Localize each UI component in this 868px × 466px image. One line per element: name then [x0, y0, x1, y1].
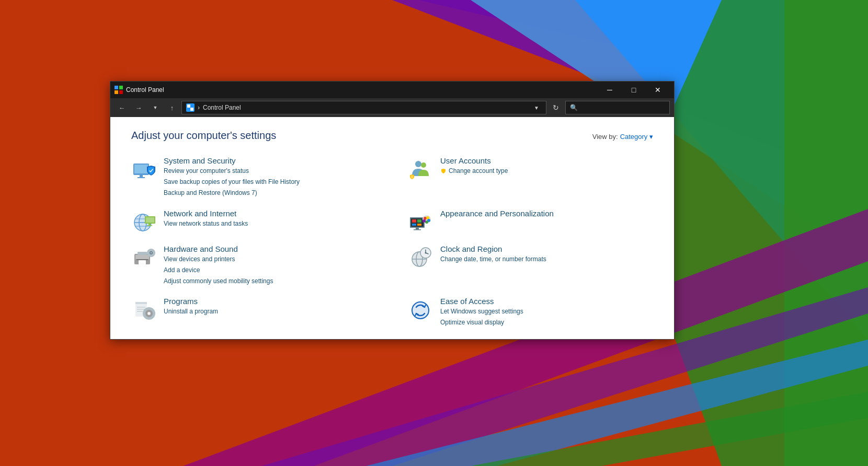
svg-rect-17 [190, 104, 193, 108]
network-status-link[interactable]: View network status and tasks [164, 219, 248, 229]
ease-access-title[interactable]: Ease of Access [440, 297, 523, 306]
content-header: Adjust your computer's settings View by:… [131, 130, 653, 142]
shield-small-icon [440, 168, 447, 174]
address-dropdown-button[interactable]: ▼ [531, 101, 542, 114]
network-internet-icon [131, 209, 156, 234]
programs-content: Programs Uninstall a program [164, 297, 218, 317]
back-button[interactable]: ← [115, 100, 129, 115]
svg-rect-11 [115, 86, 118, 89]
forward-button[interactable]: → [131, 100, 146, 115]
dropdown-recent-button[interactable]: ▼ [148, 100, 163, 115]
appearance-content: Appearance and Personalization [440, 209, 554, 218]
svg-rect-50 [135, 255, 149, 259]
page-title: Adjust your computer's settings [131, 130, 276, 142]
svg-point-74 [149, 313, 150, 314]
category-network-internet[interactable]: Network and Internet View network status… [131, 209, 376, 234]
network-internet-content: Network and Internet View network status… [164, 209, 248, 229]
svg-rect-16 [190, 108, 193, 111]
clock-region-icon [408, 244, 433, 270]
maximize-button[interactable]: □ [622, 81, 646, 98]
svg-rect-14 [119, 90, 123, 94]
svg-rect-20 [134, 165, 148, 173]
window-icon [115, 86, 123, 94]
address-field[interactable]: › Control Panel ▼ [181, 101, 546, 114]
system-security-link-1[interactable]: Review your computer's status [164, 166, 300, 176]
system-security-content: System and Security Review your computer… [164, 156, 300, 199]
refresh-button[interactable]: ↻ [549, 101, 563, 114]
close-button[interactable]: ✕ [646, 81, 670, 98]
svg-rect-34 [147, 225, 152, 226]
user-accounts-content: User Accounts Change account type [440, 156, 508, 176]
uninstall-link[interactable]: Uninstall a program [164, 307, 218, 317]
svg-rect-15 [187, 104, 190, 108]
system-security-link-3[interactable]: Backup and Restore (Windows 7) [164, 188, 300, 198]
appearance-icon [408, 209, 433, 234]
category-appearance[interactable]: Appearance and Personalization [408, 209, 653, 234]
view-by-label: View by: [592, 133, 618, 141]
svg-point-56 [151, 252, 152, 253]
search-icon: 🔍 [570, 104, 578, 111]
svg-rect-53 [139, 260, 146, 264]
search-field[interactable]: 🔍 [565, 101, 670, 114]
breadcrumb-separator: › [198, 104, 200, 111]
date-time-link[interactable]: Change date, time, or number formats [440, 254, 546, 264]
visual-display-link[interactable]: Optimize visual display [440, 318, 523, 328]
svg-point-24 [421, 162, 426, 168]
svg-rect-12 [119, 86, 123, 89]
up-button[interactable]: ↑ [165, 100, 179, 115]
view-by-control: View by: Category ▾ [592, 133, 653, 141]
content-area: Adjust your computer's settings View by:… [110, 117, 674, 339]
category-hardware-sound[interactable]: Hardware and Sound View devices and prin… [131, 244, 376, 287]
category-user-accounts[interactable]: User Accounts Change account type [408, 156, 653, 199]
window-title: Control Panel [126, 86, 598, 94]
ease-access-content: Ease of Access Let Windows suggest setti… [440, 297, 523, 328]
breadcrumb-path: Control Panel [203, 104, 241, 111]
ease-access-icon [408, 297, 433, 322]
system-security-icon [131, 156, 156, 181]
mobility-settings-link[interactable]: Adjust commonly used mobility settings [164, 276, 273, 286]
category-ease-access[interactable]: Ease of Access Let Windows suggest setti… [408, 297, 653, 328]
view-devices-link[interactable]: View devices and printers [164, 254, 273, 264]
appearance-title[interactable]: Appearance and Personalization [440, 209, 554, 218]
location-icon [186, 103, 195, 112]
svg-rect-41 [416, 228, 419, 229]
hardware-sound-title[interactable]: Hardware and Sound [164, 244, 273, 253]
suggest-settings-link[interactable]: Let Windows suggest settings [440, 307, 523, 317]
svg-rect-42 [414, 229, 421, 230]
minimize-button[interactable]: ─ [598, 81, 622, 98]
title-bar: Control Panel ─ □ ✕ [110, 81, 674, 98]
window-controls: ─ □ ✕ [598, 81, 670, 98]
change-account-type-link[interactable]: Change account type [449, 166, 508, 176]
svg-rect-51 [138, 252, 147, 255]
svg-rect-37 [412, 219, 416, 223]
svg-rect-38 [417, 219, 421, 223]
user-accounts-title[interactable]: User Accounts [440, 156, 508, 165]
svg-point-65 [425, 252, 427, 253]
svg-rect-22 [138, 177, 145, 178]
user-accounts-icon [408, 156, 433, 181]
add-device-link[interactable]: Add a device [164, 265, 273, 275]
system-security-link-2[interactable]: Save backup copies of your files with Fi… [164, 177, 300, 187]
categories-grid: System and Security Review your computer… [131, 156, 653, 328]
hardware-sound-icon [131, 244, 156, 270]
svg-point-48 [422, 219, 426, 223]
clock-region-title[interactable]: Clock and Region [440, 244, 546, 253]
svg-rect-39 [412, 224, 416, 226]
svg-rect-13 [115, 90, 118, 94]
network-internet-title[interactable]: Network and Internet [164, 209, 248, 218]
category-system-security[interactable]: System and Security Review your computer… [131, 156, 376, 199]
svg-rect-67 [135, 302, 147, 304]
svg-rect-18 [187, 108, 190, 111]
svg-rect-40 [417, 224, 421, 226]
svg-rect-33 [149, 224, 151, 225]
svg-point-23 [415, 161, 421, 167]
programs-icon [131, 297, 156, 322]
clock-region-content: Clock and Region Change date, time, or n… [440, 244, 546, 264]
category-programs[interactable]: Programs Uninstall a program [131, 297, 376, 328]
view-by-dropdown[interactable]: Category ▾ [620, 133, 653, 141]
system-security-title[interactable]: System and Security [164, 156, 300, 165]
category-clock-region[interactable]: Clock and Region Change date, time, or n… [408, 244, 653, 287]
svg-rect-52 [136, 259, 148, 260]
programs-title[interactable]: Programs [164, 297, 218, 306]
svg-rect-32 [146, 217, 154, 223]
